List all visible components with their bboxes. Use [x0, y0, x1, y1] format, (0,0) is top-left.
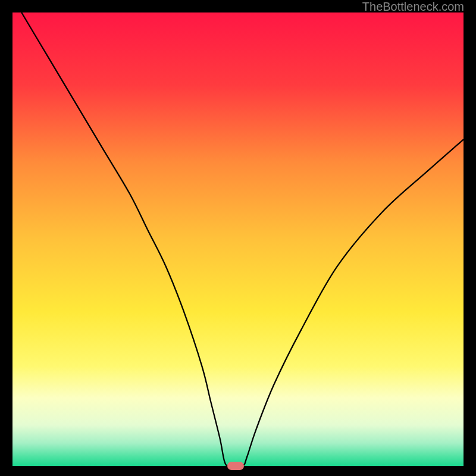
plot-area — [12, 12, 464, 466]
bottleneck-curve — [21, 12, 464, 466]
curve-layer — [12, 12, 464, 466]
watermark-text: TheBottleneck.com — [362, 0, 464, 14]
chart-container: TheBottleneck.com — [0, 0, 476, 476]
optimal-marker — [227, 462, 244, 470]
